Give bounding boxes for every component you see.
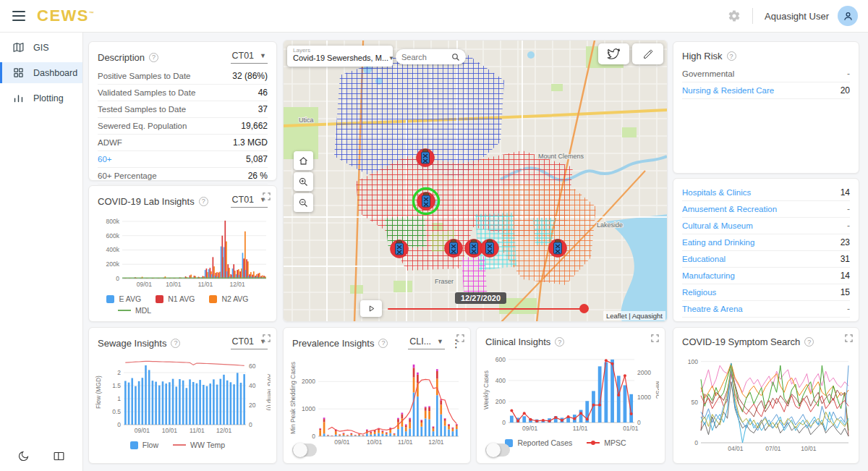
- svg-text:0: 0: [502, 419, 506, 426]
- row-label[interactable]: Cultural & Museum: [682, 221, 753, 230]
- expand-icon[interactable]: [263, 190, 271, 203]
- layers-value: Covid-19 Sewersheds, M...: [293, 54, 388, 62]
- row-value: 32 (86%): [232, 71, 268, 81]
- high-risk-table-2: Hospitals & Clinics14Amusement & Recreat…: [673, 179, 859, 318]
- legend-swatch: [106, 295, 114, 303]
- help-icon[interactable]: ?: [199, 197, 208, 206]
- row-value: 14: [841, 271, 850, 281]
- panel-title: COVID-19 Lab Insights: [98, 196, 195, 207]
- timeline-date-badge: 12/27/2020: [455, 292, 506, 304]
- map-marker[interactable]: [465, 239, 483, 258]
- row-label[interactable]: Amusement & Recreation: [682, 205, 777, 213]
- expand-icon[interactable]: [651, 332, 659, 345]
- map-marker[interactable]: [481, 239, 499, 258]
- site-select[interactable]: CT01▼: [231, 51, 268, 64]
- legend-swatch: [130, 441, 138, 449]
- table-row: ADWF1.3 MGD: [98, 135, 268, 151]
- sidebar-item-dashboard[interactable]: Dashboard: [0, 62, 82, 83]
- map-zoom-in-button[interactable]: [294, 172, 313, 191]
- legend-item[interactable]: N2 AVG: [209, 294, 248, 303]
- map-home-button[interactable]: [294, 151, 313, 170]
- svg-text:2000: 2000: [302, 378, 315, 385]
- help-icon[interactable]: ?: [804, 337, 814, 347]
- sidebar-item-plotting[interactable]: Plotting: [0, 88, 82, 109]
- map-attribution[interactable]: Leaflet | Aquasight: [603, 311, 665, 321]
- help-icon[interactable]: ?: [378, 339, 388, 348]
- legend-item[interactable]: WW Temp: [173, 441, 225, 449]
- app-logo: CEWS™: [37, 7, 94, 25]
- high-risk-table: Governmental-Nursing & Resident Care20: [673, 64, 859, 99]
- help-icon[interactable]: ?: [555, 337, 564, 347]
- draw-pencil-button[interactable]: [632, 43, 663, 64]
- map-layers-control[interactable]: Layers Covid-19 Sewersheds, M...▼: [287, 46, 393, 67]
- map-marker[interactable]: [391, 240, 409, 258]
- twitter-share-button[interactable]: [598, 43, 629, 64]
- row-label: ADWF: [98, 138, 122, 147]
- row-label[interactable]: Educational: [682, 255, 726, 263]
- expand-icon[interactable]: [263, 332, 271, 345]
- bar-chart-icon: [12, 92, 25, 104]
- table-row: Cultural & Museum-: [682, 218, 850, 234]
- settings-gear-icon[interactable]: [728, 9, 741, 22]
- sewage-insights-panel: Sewage Insights ? CT01▼ 00.511.520204060…: [88, 327, 277, 464]
- svg-text:400k: 400k: [106, 246, 120, 253]
- map-search[interactable]: [396, 49, 466, 64]
- user-avatar[interactable]: [838, 6, 858, 26]
- legend-label: Flow: [142, 441, 158, 449]
- row-label: Validated Samples to Date: [98, 88, 195, 97]
- hamburger-menu-icon[interactable]: [12, 11, 25, 21]
- svg-text:12/01: 12/01: [230, 281, 246, 288]
- map-zoom-out-button[interactable]: [294, 193, 313, 212]
- prevalence-toggle[interactable]: [292, 444, 317, 457]
- sewershed-cyan-2[interactable]: [533, 218, 555, 245]
- row-label[interactable]: Eating and Drinking: [682, 238, 754, 247]
- home-icon: [298, 156, 309, 166]
- help-icon[interactable]: ?: [171, 339, 180, 348]
- sidebar-item-gis[interactable]: GIS: [0, 37, 82, 58]
- lab-legend-mdl: MDL: [89, 306, 276, 315]
- legend-item[interactable]: MDL: [118, 306, 151, 315]
- legend-item[interactable]: E AVG: [106, 294, 141, 303]
- row-label[interactable]: Nursing & Resident Care: [682, 86, 774, 95]
- row-label[interactable]: Theatre & Arena: [682, 305, 743, 313]
- svg-text:04/01: 04/01: [728, 445, 744, 452]
- chevron-down-icon: ▼: [388, 55, 394, 61]
- expand-icon[interactable]: [845, 332, 853, 345]
- map-marker[interactable]: [417, 149, 435, 167]
- legend-label: WW Temp: [190, 441, 225, 449]
- map-canvas[interactable]: UticaMount ClemensFraserLakeside: [284, 41, 668, 322]
- legend-item[interactable]: MPSC: [587, 438, 626, 447]
- sidebar-item-label: GIS: [33, 43, 49, 53]
- timeline-play-button[interactable]: [360, 300, 382, 317]
- help-icon[interactable]: ?: [727, 51, 736, 61]
- map-marker[interactable]: [549, 239, 567, 258]
- legend-item[interactable]: Reported Cases: [505, 438, 572, 447]
- legend-item[interactable]: Flow: [130, 441, 158, 449]
- metric-select[interactable]: CLI...▼: [408, 336, 445, 349]
- clinical-toggle[interactable]: [485, 444, 510, 457]
- svg-text:200: 200: [495, 398, 506, 405]
- svg-text:600k: 600k: [106, 232, 120, 239]
- map-marker[interactable]: [445, 239, 463, 258]
- row-label[interactable]: Manufacturing: [682, 271, 735, 280]
- row-label[interactable]: Hospitals & Clinics: [682, 188, 751, 197]
- help-icon[interactable]: ?: [149, 53, 158, 62]
- legend-item[interactable]: N1 AVG: [156, 294, 195, 303]
- svg-text:0: 0: [694, 439, 698, 446]
- row-label: Tested Samples to Date: [98, 105, 186, 114]
- row-value: 5,087: [246, 154, 268, 164]
- sewage-legend: FlowWW Temp: [89, 441, 276, 449]
- dark-mode-moon-icon[interactable]: [17, 450, 30, 465]
- search-input[interactable]: [401, 53, 448, 61]
- expand-icon[interactable]: [456, 332, 464, 345]
- svg-text:1: 1: [117, 395, 121, 402]
- timeline-slider[interactable]: [388, 308, 584, 310]
- svg-text:0.5: 0.5: [112, 408, 121, 415]
- map-place-label: Utica: [299, 116, 314, 124]
- svg-text:09/01: 09/01: [522, 425, 538, 432]
- map-marker-selected[interactable]: [414, 189, 439, 214]
- timeline-slider-handle[interactable]: [579, 304, 589, 313]
- row-label[interactable]: Religious: [682, 288, 716, 297]
- row-label[interactable]: 60+: [98, 155, 112, 164]
- layout-columns-icon[interactable]: [53, 450, 65, 465]
